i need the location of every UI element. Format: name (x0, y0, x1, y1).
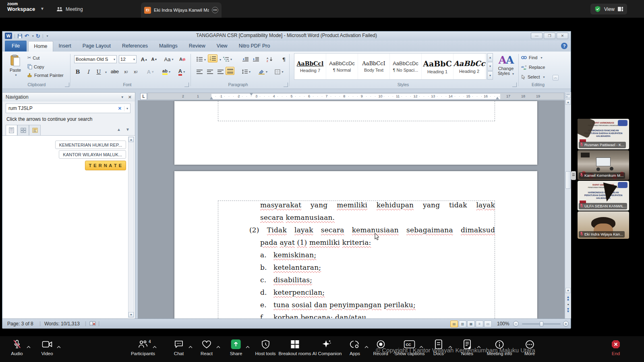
paragraph-dialog-launcher[interactable] (284, 83, 288, 87)
search-result-item[interactable]: KANTOR WILAYAH MALUK... (59, 150, 126, 159)
select-button[interactable]: Select▾ (521, 74, 545, 79)
cut-button[interactable]: ✂Cut (27, 55, 39, 60)
styles-scroll-up-button[interactable]: ▲ (487, 53, 493, 62)
previous-result-arrow[interactable]: ▲ (117, 127, 121, 132)
video-tile-rusman-pattiwael-k[interactable]: RAPAT HARMONISASIPERATURAN PERUNDANG-UND… (578, 119, 629, 149)
left-indent-marker[interactable] (210, 97, 213, 99)
font-dialog-launcher[interactable] (184, 83, 189, 87)
align-right-button[interactable] (216, 68, 225, 76)
search-result-item[interactable]: KEMENTERIAN HUKUM REP... (55, 141, 126, 149)
numbering-dropdown-icon[interactable]: ▾ (219, 58, 221, 62)
tab-references[interactable]: References (116, 41, 153, 52)
grow-font-button[interactable]: A▲ (140, 55, 149, 63)
shading-button[interactable]: ▾ (257, 68, 269, 76)
chat-chevron-icon[interactable] (188, 343, 193, 350)
audio-button[interactable]: Audio (11, 339, 23, 356)
sort-button[interactable]: AZ (265, 55, 274, 63)
docs-button[interactable]: Docs (433, 339, 444, 356)
scroll-down-icon[interactable]: ▼ (128, 312, 134, 317)
scroll-down-icon[interactable]: ▼ (565, 288, 571, 293)
word-title-bar[interactable]: W | ↶▾ ↻ | ▾ TANGGAPAN CSR [Compatibilit… (2, 31, 571, 41)
bullets-dropdown-icon[interactable]: ▾ (204, 58, 206, 62)
style-heading-1[interactable]: AaBbCHeading 1 (422, 54, 453, 79)
font-name-combo[interactable]: Bookman Old S▾ (74, 55, 117, 63)
navigation-scrollbar[interactable]: ▲ ▼ (128, 137, 134, 318)
style-body-text[interactable]: AaBbCcIBody Text (358, 54, 390, 79)
proofing-error-icon[interactable] (89, 321, 96, 327)
superscript-button[interactable]: x2 (131, 68, 140, 76)
react-chevron-icon[interactable] (216, 343, 220, 350)
styles-dialog-launcher[interactable] (512, 83, 517, 87)
show-captions-chevron-icon[interactable] (419, 343, 423, 350)
navigation-close-icon[interactable]: ✕ (128, 95, 132, 100)
horizontal-ruler[interactable]: 2112345678910111213141516171819 (147, 93, 564, 100)
tab-home[interactable]: Home (28, 41, 53, 52)
participants-chevron-icon[interactable] (153, 343, 157, 350)
help-icon[interactable]: ? (561, 43, 567, 49)
copy-button[interactable]: Copy (27, 64, 44, 69)
multilevel-list-button[interactable]: ▾ (223, 55, 232, 63)
style-normal[interactable]: AaBbCcDc¶ Normal (326, 54, 358, 79)
search-result-item[interactable]: T E R N A T E (85, 161, 126, 170)
paste-button[interactable]: Paste ▾ (7, 55, 23, 77)
tab-stop-selector[interactable]: L (140, 93, 147, 100)
view-button[interactable]: View (590, 4, 627, 14)
minimize-button[interactable]: — (531, 33, 543, 39)
meeting-info-button[interactable]: Meeting info (487, 339, 512, 356)
decrease-indent-button[interactable] (241, 55, 250, 63)
text-effects-button[interactable]: A▾ (146, 68, 155, 76)
share-chevron-icon[interactable] (246, 343, 250, 350)
highlight-color-button[interactable]: ab▾ (160, 68, 172, 76)
host-tools-button[interactable]: Host tools (255, 339, 275, 356)
bold-button[interactable]: B (73, 68, 82, 76)
align-left-button[interactable] (195, 68, 204, 76)
styles-scroll-down-button[interactable]: ▼ (487, 62, 493, 70)
draft-view-button[interactable]: ▭ (484, 321, 492, 327)
audio-chevron-icon[interactable] (27, 343, 31, 350)
document-page-3[interactable]: masyarakat yang memiliki kehidupan yang … (174, 171, 537, 319)
shrink-font-button[interactable]: A▼ (150, 55, 159, 63)
close-button[interactable]: ✕ (557, 33, 568, 39)
meeting-tab[interactable]: Meeting (56, 3, 83, 15)
underline-dropdown-icon[interactable]: ▾ (105, 70, 107, 74)
end-meeting-button[interactable]: End (611, 339, 621, 356)
more-button[interactable]: More (524, 339, 535, 356)
word-count[interactable]: Words: 10/1,313 (44, 321, 80, 327)
ai-companion-button[interactable]: AI Companion (313, 339, 342, 356)
paste-dropdown-icon[interactable]: ▾ (15, 73, 17, 77)
zoom-out-button[interactable]: − (513, 321, 519, 327)
document-page-2[interactable] (174, 101, 537, 165)
show-paragraph-marks-button[interactable]: ¶ (280, 55, 288, 63)
right-indent-marker[interactable] (496, 97, 499, 99)
react-button[interactable]: React (201, 339, 213, 356)
video-tile-ulfa-seban-kanwil[interactable]: RAPAT HARMONISASIPERATURAN PERUNDANG-UND… (578, 181, 629, 211)
browse-results-tab[interactable] (29, 125, 41, 135)
clear-search-icon[interactable]: ✕ (116, 106, 124, 111)
tab-insert[interactable]: Insert (53, 41, 77, 52)
video-panel-handle[interactable] (571, 171, 576, 180)
print-layout-view-button[interactable]: ▤ (450, 321, 458, 327)
clear-formatting-button[interactable]: A (178, 55, 187, 63)
italic-button[interactable]: I (84, 68, 93, 76)
apps-button[interactable]: Apps (350, 339, 360, 356)
notes-chevron-icon[interactable] (477, 343, 481, 350)
record-button[interactable]: Record (373, 339, 388, 356)
previous-page-button[interactable]: ▲▲ (565, 296, 571, 301)
tab-more-icon[interactable]: ••• (212, 7, 218, 13)
find-button[interactable]: Find▾ (521, 55, 542, 60)
navigation-options-icon[interactable]: ▼ (121, 95, 124, 99)
format-painter-button[interactable]: Format Painter (27, 73, 64, 78)
font-size-combo[interactable]: 12▾ (119, 55, 137, 63)
document-scrollbar[interactable]: ▲ ▼ ▲▲ ● ▼▼ (565, 92, 571, 319)
strikethrough-button[interactable]: abe (110, 68, 120, 76)
bullets-button[interactable] (195, 55, 204, 63)
next-page-button[interactable]: ▼▼ (565, 308, 571, 313)
ruler-toggle-icon[interactable] (565, 93, 571, 98)
tab-view[interactable]: View (211, 41, 233, 52)
minimize-ribbon-button[interactable]: ︿ (553, 75, 559, 81)
align-center-button[interactable] (205, 68, 214, 76)
video-button[interactable]: Video (41, 339, 53, 356)
scrollbar-thumb[interactable] (565, 171, 571, 189)
outline-view-button[interactable]: ≡ (476, 321, 483, 327)
fullscreen-reading-view-button[interactable]: ▥ (459, 321, 466, 327)
